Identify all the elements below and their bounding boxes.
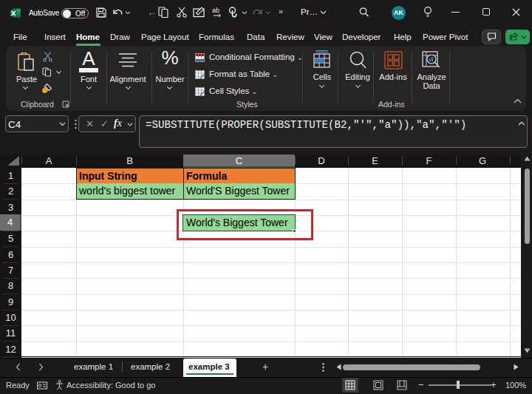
- svg-text:ab: ab: [212, 7, 219, 14]
